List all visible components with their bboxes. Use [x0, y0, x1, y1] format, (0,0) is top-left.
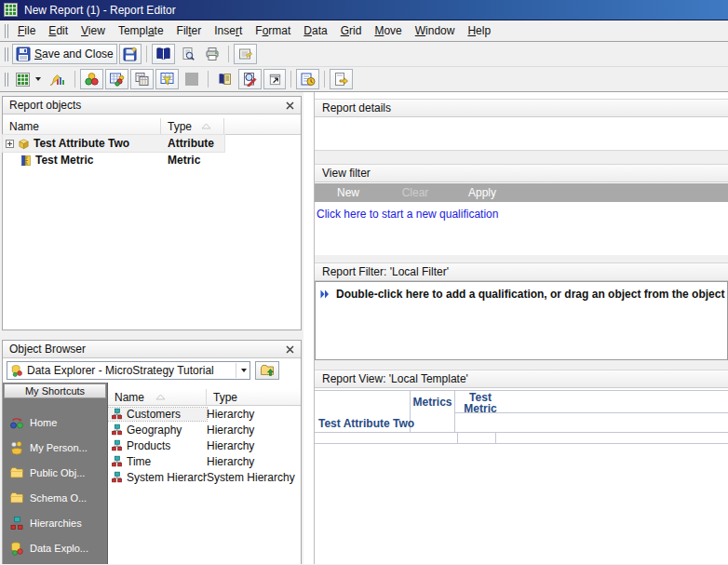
table-row[interactable]: Products Hierarchy — [108, 437, 301, 453]
menu-view[interactable]: View — [74, 21, 112, 40]
exit-button[interactable] — [330, 69, 353, 89]
close-icon[interactable] — [286, 345, 294, 354]
toolbar-grip[interactable] — [5, 73, 8, 87]
report-objects-panel-header: Report objects — [3, 97, 301, 114]
object-browser-table: Name Type Customers Hierarchy Geography … — [108, 383, 301, 564]
print-icon — [205, 47, 220, 61]
menubar-grip[interactable] — [5, 24, 8, 38]
design-view-button[interactable] — [47, 69, 70, 89]
menu-edit[interactable]: Edit — [42, 21, 74, 40]
menu-data[interactable]: Data — [297, 21, 333, 40]
attribute-icon — [17, 137, 31, 151]
report-objects-button[interactable] — [105, 69, 128, 89]
table-row[interactable]: Geography Hierarchy — [108, 422, 301, 437]
table-row[interactable]: Time Hierarchy — [108, 453, 301, 469]
table-row[interactable]: System Hierarchy System Hierarchy — [108, 469, 301, 485]
menu-template[interactable]: Template — [112, 21, 170, 40]
table-row[interactable]: Test Metric Metric — [3, 152, 301, 168]
properties-button[interactable] — [234, 44, 257, 64]
column-header-name[interactable]: Name — [108, 389, 207, 406]
titlebar: New Report (1) - Report Editor — [0, 0, 728, 20]
new-window-button[interactable] — [263, 69, 286, 89]
source-selector[interactable]: Data Explorer - MicroStrategy Tutorial — [7, 361, 250, 380]
column-header-type[interactable]: Type — [207, 389, 301, 406]
grid-border-line — [495, 432, 496, 444]
history-icon — [300, 72, 316, 87]
report-details-button[interactable] — [213, 69, 236, 89]
metric-icon — [20, 154, 33, 168]
grid-view-icon — [16, 73, 30, 87]
expand-plus-icon[interactable] — [6, 140, 14, 148]
sidebar-item-data-explorer[interactable]: Data Explo... — [4, 535, 106, 560]
grid-view-button[interactable] — [12, 69, 45, 89]
menu-insert[interactable]: Insert — [208, 21, 249, 40]
shortcuts-sidebar: My Shortcuts Home My Person... — [3, 383, 108, 564]
dropdown-arrow-icon[interactable] — [236, 363, 249, 378]
menu-window[interactable]: Window — [409, 21, 462, 40]
panel-splitter[interactable] — [303, 92, 314, 564]
toolbar-separator — [74, 71, 75, 87]
close-icon[interactable] — [286, 101, 294, 110]
metric-column-header[interactable]: Test Metric — [455, 390, 728, 413]
new-qualification-link[interactable]: Click here to start a new qualification — [317, 208, 498, 221]
sidebar-item-hierarchies[interactable]: Hierarchies — [4, 510, 106, 535]
view-filter-apply-button[interactable]: Apply — [449, 186, 516, 199]
column-header-empty — [224, 118, 301, 135]
menu-filter[interactable]: Filter — [170, 21, 209, 40]
print-preview-button[interactable] — [177, 44, 199, 64]
save-and-close-button[interactable]: Save and Close — [12, 44, 117, 64]
menu-move[interactable]: Move — [368, 21, 408, 40]
menu-grid[interactable]: Grid — [334, 21, 369, 40]
sidebar-item-schema-objects[interactable]: Schema O... — [4, 485, 106, 510]
report-filter-content[interactable]: Double-click here to add a qualification… — [315, 281, 728, 360]
save-as-button[interactable] — [119, 44, 142, 64]
menu-help[interactable]: Help — [461, 21, 497, 40]
report-details-title: Report details — [322, 101, 391, 114]
shortcuts-list: Home My Person... Public Obj... — [4, 398, 106, 560]
template-grid: Test Attribute Two Metrics Test Metric — [315, 390, 728, 444]
table-row[interactable]: Customers Hierarchy — [108, 406, 301, 422]
table-row[interactable]: Test Attribute Two Attribute — [3, 135, 301, 152]
contents-book-icon — [155, 47, 171, 61]
column-header-type[interactable]: Type — [161, 118, 224, 135]
object-browser-toolbar: Data Explorer - MicroStrategy Tutorial — [3, 358, 301, 383]
row-axis-header[interactable]: Test Attribute Two — [315, 390, 411, 432]
view-filter-new-button[interactable]: New — [315, 186, 382, 199]
view-filter-panel-button[interactable] — [130, 69, 154, 89]
sidebar-item-my-personal-objects[interactable]: My Person... — [4, 435, 106, 460]
print-button[interactable] — [201, 44, 223, 64]
template-data-row[interactable] — [315, 432, 728, 444]
history-button[interactable] — [296, 69, 319, 89]
object-browser-panel: Object Browser Data Explorer - MicroStra… — [2, 340, 302, 564]
report-details-header: Report details — [315, 99, 728, 117]
menu-file[interactable]: File — [11, 21, 42, 40]
view-filter-clear-button[interactable]: Clear — [382, 186, 449, 199]
app-grid-icon — [4, 3, 18, 17]
section-gap — [315, 255, 728, 262]
column-header-name[interactable]: Name — [3, 118, 161, 135]
object-browser-button[interactable] — [80, 69, 103, 89]
new-window-icon — [268, 73, 282, 87]
contents-button[interactable] — [152, 44, 175, 64]
view-filter-action-bar: New Clear Apply — [315, 183, 728, 202]
object-name: Test Attribute Two — [34, 137, 129, 150]
report-filter-header: Report Filter: 'Local Filter' — [315, 262, 728, 281]
dropdown-arrow-icon — [35, 77, 41, 81]
folder-icon — [9, 491, 24, 505]
toolbar-grip[interactable] — [5, 47, 8, 61]
report-filter-button[interactable] — [155, 69, 179, 89]
report-view-content: Test Attribute Two Metrics Test Metric — [315, 388, 728, 564]
sidebar-item-public-objects[interactable]: Public Obj... — [4, 460, 106, 485]
toolbar-main: Save and Close — [0, 42, 728, 67]
save-and-close-label: Save and Close — [34, 47, 114, 61]
sidebar-item-home[interactable]: Home — [4, 410, 106, 435]
report-workspace: Report details View filter New Clear App… — [314, 92, 728, 564]
metrics-axis-header[interactable]: Metrics — [411, 390, 455, 432]
sql-view-button[interactable] — [238, 69, 262, 89]
my-shortcuts-button[interactable]: My Shortcuts — [4, 383, 106, 398]
metric-subheader-cell[interactable] — [455, 413, 728, 432]
design-view-icon — [50, 72, 66, 87]
up-one-level-button[interactable] — [255, 361, 279, 380]
menu-format[interactable]: Format — [249, 21, 297, 40]
view-filter-panel-icon — [134, 72, 150, 87]
